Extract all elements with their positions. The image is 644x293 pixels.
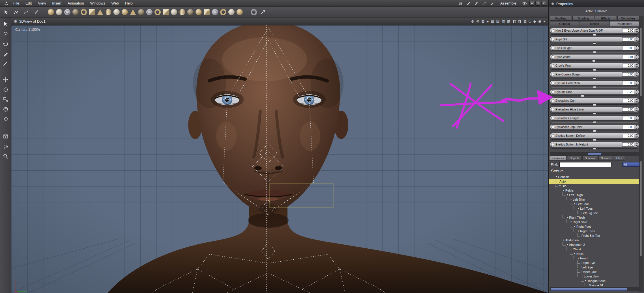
tree-item-head[interactable]: ▾Head — [549, 256, 639, 261]
menu-windows[interactable]: Windows — [87, 1, 108, 5]
parameter-value-input[interactable]: 0.00 — [622, 99, 634, 103]
knife-tool-icon[interactable] — [490, 1, 495, 6]
cone-primitive-icon[interactable] — [97, 9, 103, 15]
light-object-icon[interactable] — [196, 9, 202, 15]
lasso-icon[interactable] — [3, 31, 9, 37]
tab-controllers[interactable]: Controllers — [617, 16, 639, 21]
reference-object-icon[interactable] — [237, 9, 243, 15]
wireframe-cursor-icon[interactable] — [3, 10, 9, 15]
menu-help[interactable]: Help — [122, 1, 136, 5]
room-cube-icon[interactable] — [3, 133, 9, 140]
marker-tool-icon[interactable] — [474, 1, 479, 6]
parameter-value-input[interactable]: 0.00 — [622, 107, 634, 112]
menu-view[interactable]: View — [35, 1, 49, 5]
tab-shading[interactable]: Shading — [572, 16, 594, 21]
trackball-icon[interactable] — [3, 106, 9, 112]
pencil-icon[interactable] — [3, 60, 9, 67]
single-pane-layout-icon[interactable]: ■ — [486, 19, 489, 23]
keyframe-dot-icon[interactable] — [551, 73, 554, 76]
hand-tool-icon[interactable] — [458, 1, 463, 6]
expander-icon[interactable]: ▾ — [574, 225, 575, 228]
expander-icon[interactable]: ▾ — [578, 207, 579, 210]
render-preview-icon[interactable]: ● — [543, 19, 546, 23]
tab-general[interactable]: General — [550, 21, 579, 26]
tab-sounds[interactable]: Sounds — [598, 156, 613, 160]
tree-hscrollbar[interactable] — [550, 287, 639, 291]
rotation-ring-icon[interactable] — [251, 9, 257, 15]
vscrollbar-thumb[interactable] — [640, 161, 642, 256]
value-stepper[interactable] — [635, 37, 638, 41]
hsplit-layout-icon[interactable]: ▤ — [496, 19, 499, 23]
value-stepper[interactable] — [635, 90, 638, 94]
metaball-object-icon[interactable] — [72, 9, 79, 15]
text-object-icon[interactable] — [113, 9, 120, 15]
value-stepper[interactable] — [635, 29, 638, 32]
production-frame-icon[interactable]: ⊟ — [523, 19, 527, 23]
keyframe-dot-icon[interactable] — [551, 55, 554, 58]
tree-item-actor[interactable]: Actor — [549, 179, 639, 184]
menu-insert[interactable]: Insert — [49, 1, 65, 5]
tree-item-genesis[interactable]: ▾Genesis — [549, 175, 639, 179]
cube-primitive-icon[interactable] — [89, 9, 95, 15]
tree-item-right-toes[interactable]: ▾Right Toes — [549, 229, 639, 233]
parameter-value-input[interactable]: 0.00 — [622, 134, 634, 138]
tree-item-abdomen-2[interactable]: ▾Abdomen 2 — [549, 242, 639, 247]
cylinder-primitive-icon[interactable] — [105, 9, 111, 15]
move-tool-icon[interactable] — [3, 77, 9, 83]
expander-icon[interactable]: ▾ — [567, 244, 568, 246]
terrain-object-icon[interactable] — [122, 9, 128, 15]
expander-icon[interactable]: ▾ — [567, 194, 568, 196]
value-stepper[interactable] — [635, 46, 638, 50]
tree-item-hip[interactable]: ▾Hip — [549, 184, 639, 188]
wrench-tool-icon[interactable] — [260, 10, 266, 15]
tree-item-chest[interactable]: ▾Chest — [549, 247, 639, 251]
viewport-canvas[interactable]: Camera 1 100% — [11, 25, 548, 293]
value-stepper[interactable] — [635, 99, 638, 103]
tab-shaders[interactable]: Shaders — [582, 156, 598, 160]
keyframe-dot-icon[interactable] — [551, 134, 554, 137]
plant-object-icon[interactable] — [130, 9, 136, 15]
paint-bucket-icon[interactable] — [3, 116, 9, 122]
tree-item-right-shin[interactable]: ▾Right Shin — [549, 220, 639, 224]
parameter-value-input[interactable]: 0.00 — [622, 72, 634, 77]
parameters-vscrollbar[interactable] — [639, 16, 643, 156]
expander-icon[interactable]: ▾ — [563, 239, 564, 241]
aim-target-icon[interactable]: ◎ — [476, 19, 479, 23]
tree-item-pelvis[interactable]: ▾Pelvis — [549, 188, 639, 193]
parameters-hscrollbar[interactable] — [550, 152, 639, 156]
quad-pane-layout-icon[interactable]: ▦ — [491, 19, 494, 23]
tab-clips[interactable]: Clips — [614, 156, 625, 160]
select-arrow-icon[interactable] — [3, 21, 9, 27]
expander-icon[interactable]: ▾ — [574, 253, 575, 255]
value-stepper[interactable] — [635, 72, 638, 76]
expander-icon[interactable]: ▾ — [559, 185, 561, 187]
camera-object-icon[interactable] — [204, 9, 210, 15]
tree-item-left-eye[interactable]: Left Eye — [549, 265, 639, 270]
keyframe-dot-icon[interactable] — [551, 108, 554, 111]
parameter-value-input[interactable]: 0.00 — [622, 37, 634, 42]
sphere-primitive-icon[interactable] — [48, 9, 54, 15]
expander-icon[interactable]: ▾ — [556, 176, 557, 178]
expander-icon[interactable]: ▾ — [563, 189, 564, 192]
vsplit-layout-icon[interactable]: ▥ — [502, 19, 505, 23]
keyframe-dot-icon[interactable] — [551, 99, 554, 102]
parameter-value-input[interactable]: 0.00 — [622, 46, 634, 50]
keyframe-dot-icon[interactable] — [551, 64, 554, 67]
expander-icon[interactable]: ▾ — [570, 248, 572, 250]
value-stepper[interactable] — [635, 107, 638, 111]
hoop-object-icon[interactable] — [220, 9, 226, 15]
parameter-value-input[interactable]: 0.00 — [622, 125, 634, 129]
pen-tool-icon[interactable] — [466, 1, 471, 6]
keyframe-dot-icon[interactable] — [551, 125, 554, 129]
tree-item-right-thigh[interactable]: ▾Right Thigh — [549, 215, 639, 220]
paintbrush-icon[interactable] — [33, 10, 39, 15]
tree-item-left-shin[interactable]: ▾Left Shin — [549, 197, 639, 202]
expander-icon[interactable]: ▾ — [574, 203, 575, 205]
properties-header[interactable]: Properties — [549, 0, 644, 7]
tree-item-lower-jaw[interactable]: ▾Lower Jaw — [549, 274, 639, 279]
keyframe-dot-icon[interactable] — [551, 143, 554, 146]
parameter-value-input[interactable]: -0.01 — [622, 55, 634, 59]
tree-item-abdomen[interactable]: ▾Abdomen — [549, 238, 639, 242]
zoom-magnifier-icon[interactable] — [3, 153, 9, 159]
tree-item-right-eye[interactable]: Right Eye — [549, 261, 639, 265]
